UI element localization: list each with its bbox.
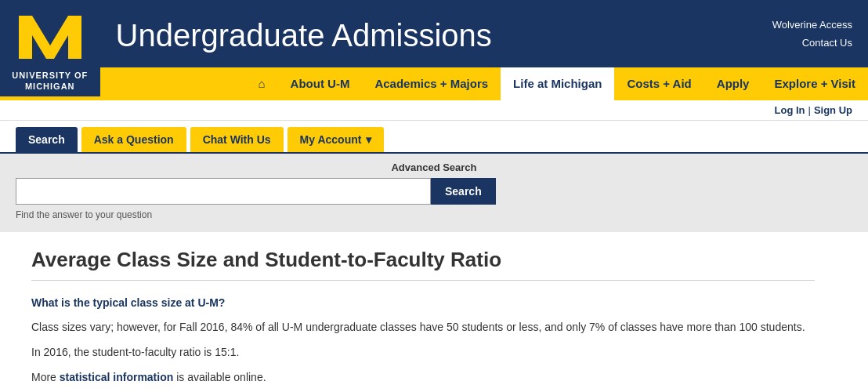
main-content: Average Class Size and Student-to-Facult…: [0, 232, 830, 392]
advanced-search-label: Advanced Search: [16, 162, 852, 173]
nav-explore-visit[interactable]: Explore + Visit: [761, 67, 868, 100]
paragraph-3: More statistical information is availabl…: [31, 368, 815, 386]
nav-about-um[interactable]: About U-M: [278, 67, 363, 100]
paragraph-1: Class sizes vary; however, for Fall 2016…: [31, 318, 815, 336]
nav-home[interactable]: ⌂: [246, 67, 278, 100]
statistical-information-link[interactable]: statistical information: [60, 371, 173, 383]
chat-with-us-tab[interactable]: Chat With Us: [190, 127, 284, 152]
page-header-title: Undergraduate Admissions: [116, 18, 772, 53]
header-links: Wolverine Access Contact Us: [772, 12, 852, 53]
tab-bar: Search Ask a Question Chat With Us My Ac…: [0, 121, 868, 152]
logo-block: UNIVERSITY OF MICHIGAN: [0, 0, 100, 100]
paragraph-3-after: is available online.: [173, 371, 266, 383]
nav-bar: ⌂ About U-M Academics + Majors Life at M…: [100, 67, 868, 100]
ask-question-tab[interactable]: Ask a Question: [81, 127, 186, 152]
nav-academics[interactable]: Academics + Majors: [362, 67, 501, 100]
paragraph-2: In 2016, the student-to-faculty ratio is…: [31, 343, 815, 361]
search-button[interactable]: Search: [431, 178, 496, 205]
wolverine-access-link[interactable]: Wolverine Access: [772, 19, 852, 31]
search-tab[interactable]: Search: [16, 127, 78, 152]
paragraph-3-before: More: [31, 371, 60, 383]
find-answer-text: Find the answer to your question: [16, 209, 852, 220]
my-account-tab[interactable]: My Account ▾: [288, 127, 385, 152]
nav-costs-aid[interactable]: Costs + Aid: [614, 67, 703, 100]
auth-separator: |: [808, 104, 811, 116]
search-input[interactable]: [16, 178, 431, 205]
page-title: Average Class Size and Student-to-Facult…: [31, 248, 815, 281]
sign-up-link[interactable]: Sign Up: [814, 104, 852, 116]
log-in-link[interactable]: Log In: [775, 104, 805, 116]
nav-life-michigan[interactable]: Life at Michigan: [501, 67, 614, 100]
contact-us-link[interactable]: Contact Us: [802, 37, 852, 49]
faq-question: What is the typical class size at U-M?: [31, 296, 815, 309]
nav-apply[interactable]: Apply: [704, 67, 762, 100]
search-area: Advanced Search Search Find the answer t…: [0, 152, 868, 232]
university-name: UNIVERSITY OF MICHIGAN: [12, 70, 88, 93]
login-bar: Log In | Sign Up: [0, 100, 868, 121]
dropdown-arrow-icon: ▾: [366, 133, 371, 146]
university-logo: [15, 8, 85, 67]
